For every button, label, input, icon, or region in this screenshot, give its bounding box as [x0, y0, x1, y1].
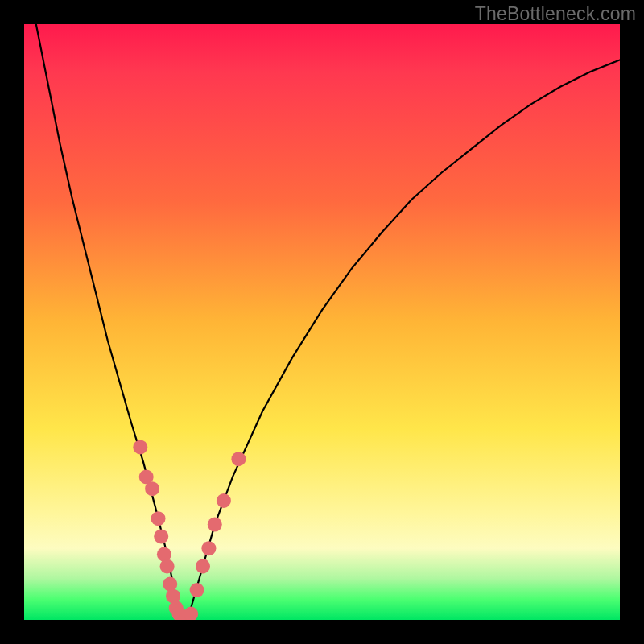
bottleneck-curve — [36, 24, 620, 620]
sample-dot — [231, 452, 246, 466]
sample-dot — [217, 493, 231, 508]
sample-dot — [196, 559, 210, 573]
sample-dot — [154, 529, 168, 543]
chart-frame: TheBottleneck.com — [0, 0, 644, 644]
sample-dot — [133, 440, 147, 454]
sample-dot — [208, 518, 222, 532]
curve-layer — [36, 24, 620, 620]
sample-dot — [160, 559, 175, 573]
watermark-text: TheBottleneck.com — [475, 3, 636, 25]
sample-dot — [201, 541, 216, 555]
sample-dot — [184, 607, 198, 620]
plot-area — [24, 24, 620, 620]
scatter-layer — [133, 440, 246, 620]
sample-dot — [151, 511, 166, 526]
chart-svg — [24, 24, 620, 620]
sample-dot — [190, 583, 204, 597]
sample-dot — [145, 481, 159, 496]
